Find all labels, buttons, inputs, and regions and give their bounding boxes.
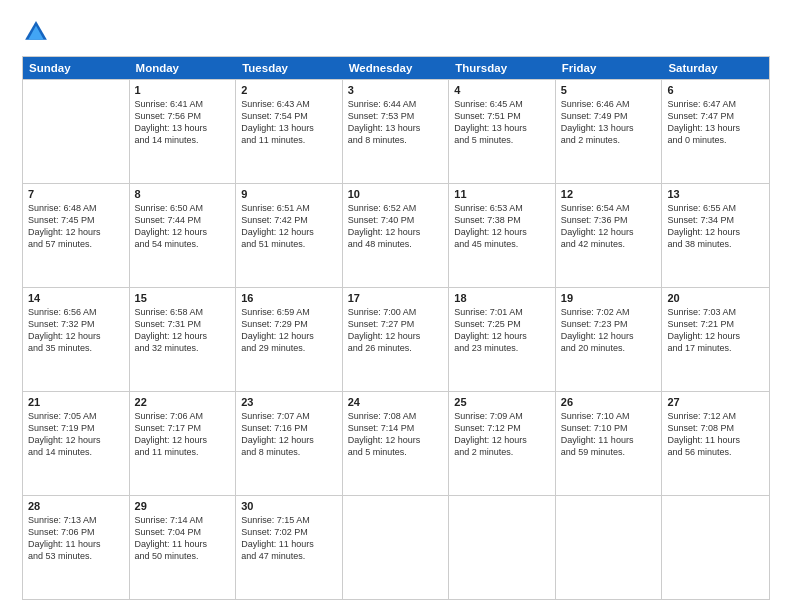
day-info: Sunrise: 6:55 AM Sunset: 7:34 PM Dayligh…: [667, 202, 764, 251]
day-number: 12: [561, 188, 657, 200]
calendar-row: 28Sunrise: 7:13 AM Sunset: 7:06 PM Dayli…: [23, 495, 769, 599]
day-number: 11: [454, 188, 550, 200]
calendar-cell: 21Sunrise: 7:05 AM Sunset: 7:19 PM Dayli…: [23, 392, 130, 495]
day-info: Sunrise: 7:09 AM Sunset: 7:12 PM Dayligh…: [454, 410, 550, 459]
calendar-cell: 2Sunrise: 6:43 AM Sunset: 7:54 PM Daylig…: [236, 80, 343, 183]
day-number: 7: [28, 188, 124, 200]
calendar-cell: 25Sunrise: 7:09 AM Sunset: 7:12 PM Dayli…: [449, 392, 556, 495]
day-number: 13: [667, 188, 764, 200]
day-info: Sunrise: 7:14 AM Sunset: 7:04 PM Dayligh…: [135, 514, 231, 563]
day-info: Sunrise: 7:10 AM Sunset: 7:10 PM Dayligh…: [561, 410, 657, 459]
calendar-header-cell: Sunday: [23, 57, 130, 79]
calendar-cell: 10Sunrise: 6:52 AM Sunset: 7:40 PM Dayli…: [343, 184, 450, 287]
day-number: 23: [241, 396, 337, 408]
day-info: Sunrise: 7:00 AM Sunset: 7:27 PM Dayligh…: [348, 306, 444, 355]
day-info: Sunrise: 6:44 AM Sunset: 7:53 PM Dayligh…: [348, 98, 444, 147]
calendar-row: 1Sunrise: 6:41 AM Sunset: 7:56 PM Daylig…: [23, 79, 769, 183]
logo-icon: [22, 18, 50, 46]
day-info: Sunrise: 6:51 AM Sunset: 7:42 PM Dayligh…: [241, 202, 337, 251]
calendar-cell: 13Sunrise: 6:55 AM Sunset: 7:34 PM Dayli…: [662, 184, 769, 287]
day-number: 16: [241, 292, 337, 304]
day-number: 21: [28, 396, 124, 408]
day-number: 5: [561, 84, 657, 96]
page: SundayMondayTuesdayWednesdayThursdayFrid…: [0, 0, 792, 612]
day-number: 8: [135, 188, 231, 200]
calendar-row: 21Sunrise: 7:05 AM Sunset: 7:19 PM Dayli…: [23, 391, 769, 495]
calendar-cell: 27Sunrise: 7:12 AM Sunset: 7:08 PM Dayli…: [662, 392, 769, 495]
calendar-cell: 12Sunrise: 6:54 AM Sunset: 7:36 PM Dayli…: [556, 184, 663, 287]
day-info: Sunrise: 6:56 AM Sunset: 7:32 PM Dayligh…: [28, 306, 124, 355]
day-info: Sunrise: 7:07 AM Sunset: 7:16 PM Dayligh…: [241, 410, 337, 459]
day-number: 24: [348, 396, 444, 408]
day-info: Sunrise: 6:41 AM Sunset: 7:56 PM Dayligh…: [135, 98, 231, 147]
calendar-header-cell: Friday: [556, 57, 663, 79]
day-number: 1: [135, 84, 231, 96]
day-number: 29: [135, 500, 231, 512]
calendar-cell: [449, 496, 556, 599]
calendar-cell: 24Sunrise: 7:08 AM Sunset: 7:14 PM Dayli…: [343, 392, 450, 495]
calendar-cell: 26Sunrise: 7:10 AM Sunset: 7:10 PM Dayli…: [556, 392, 663, 495]
day-info: Sunrise: 7:08 AM Sunset: 7:14 PM Dayligh…: [348, 410, 444, 459]
day-info: Sunrise: 7:12 AM Sunset: 7:08 PM Dayligh…: [667, 410, 764, 459]
calendar-cell: 14Sunrise: 6:56 AM Sunset: 7:32 PM Dayli…: [23, 288, 130, 391]
day-info: Sunrise: 6:54 AM Sunset: 7:36 PM Dayligh…: [561, 202, 657, 251]
day-number: 6: [667, 84, 764, 96]
day-info: Sunrise: 6:58 AM Sunset: 7:31 PM Dayligh…: [135, 306, 231, 355]
calendar-cell: 6Sunrise: 6:47 AM Sunset: 7:47 PM Daylig…: [662, 80, 769, 183]
day-info: Sunrise: 6:43 AM Sunset: 7:54 PM Dayligh…: [241, 98, 337, 147]
day-number: 9: [241, 188, 337, 200]
day-info: Sunrise: 7:13 AM Sunset: 7:06 PM Dayligh…: [28, 514, 124, 563]
day-number: 27: [667, 396, 764, 408]
calendar-body: 1Sunrise: 6:41 AM Sunset: 7:56 PM Daylig…: [23, 79, 769, 599]
day-info: Sunrise: 6:52 AM Sunset: 7:40 PM Dayligh…: [348, 202, 444, 251]
day-number: 22: [135, 396, 231, 408]
calendar-header-cell: Thursday: [449, 57, 556, 79]
calendar-header: SundayMondayTuesdayWednesdayThursdayFrid…: [23, 57, 769, 79]
day-info: Sunrise: 6:59 AM Sunset: 7:29 PM Dayligh…: [241, 306, 337, 355]
day-number: 3: [348, 84, 444, 96]
calendar-cell: 23Sunrise: 7:07 AM Sunset: 7:16 PM Dayli…: [236, 392, 343, 495]
calendar-cell: 7Sunrise: 6:48 AM Sunset: 7:45 PM Daylig…: [23, 184, 130, 287]
day-info: Sunrise: 7:01 AM Sunset: 7:25 PM Dayligh…: [454, 306, 550, 355]
calendar-row: 7Sunrise: 6:48 AM Sunset: 7:45 PM Daylig…: [23, 183, 769, 287]
logo: [22, 18, 54, 46]
day-info: Sunrise: 7:15 AM Sunset: 7:02 PM Dayligh…: [241, 514, 337, 563]
day-number: 17: [348, 292, 444, 304]
calendar-cell: 22Sunrise: 7:06 AM Sunset: 7:17 PM Dayli…: [130, 392, 237, 495]
calendar-cell: 20Sunrise: 7:03 AM Sunset: 7:21 PM Dayli…: [662, 288, 769, 391]
day-info: Sunrise: 6:47 AM Sunset: 7:47 PM Dayligh…: [667, 98, 764, 147]
day-number: 10: [348, 188, 444, 200]
calendar-cell: 8Sunrise: 6:50 AM Sunset: 7:44 PM Daylig…: [130, 184, 237, 287]
calendar-cell: 18Sunrise: 7:01 AM Sunset: 7:25 PM Dayli…: [449, 288, 556, 391]
calendar-cell: 28Sunrise: 7:13 AM Sunset: 7:06 PM Dayli…: [23, 496, 130, 599]
day-number: 20: [667, 292, 764, 304]
calendar-header-cell: Wednesday: [343, 57, 450, 79]
day-info: Sunrise: 7:06 AM Sunset: 7:17 PM Dayligh…: [135, 410, 231, 459]
calendar-cell: 1Sunrise: 6:41 AM Sunset: 7:56 PM Daylig…: [130, 80, 237, 183]
day-number: 2: [241, 84, 337, 96]
day-number: 15: [135, 292, 231, 304]
day-info: Sunrise: 6:45 AM Sunset: 7:51 PM Dayligh…: [454, 98, 550, 147]
header: [22, 18, 770, 46]
day-info: Sunrise: 6:50 AM Sunset: 7:44 PM Dayligh…: [135, 202, 231, 251]
calendar-cell: 30Sunrise: 7:15 AM Sunset: 7:02 PM Dayli…: [236, 496, 343, 599]
day-number: 18: [454, 292, 550, 304]
day-info: Sunrise: 6:46 AM Sunset: 7:49 PM Dayligh…: [561, 98, 657, 147]
calendar-cell: 19Sunrise: 7:02 AM Sunset: 7:23 PM Dayli…: [556, 288, 663, 391]
calendar-cell: [343, 496, 450, 599]
calendar-cell: 17Sunrise: 7:00 AM Sunset: 7:27 PM Dayli…: [343, 288, 450, 391]
day-number: 28: [28, 500, 124, 512]
calendar-cell: 9Sunrise: 6:51 AM Sunset: 7:42 PM Daylig…: [236, 184, 343, 287]
day-info: Sunrise: 6:48 AM Sunset: 7:45 PM Dayligh…: [28, 202, 124, 251]
day-info: Sunrise: 7:02 AM Sunset: 7:23 PM Dayligh…: [561, 306, 657, 355]
calendar-cell: 11Sunrise: 6:53 AM Sunset: 7:38 PM Dayli…: [449, 184, 556, 287]
calendar-cell: 16Sunrise: 6:59 AM Sunset: 7:29 PM Dayli…: [236, 288, 343, 391]
calendar-cell: [662, 496, 769, 599]
calendar-cell: 4Sunrise: 6:45 AM Sunset: 7:51 PM Daylig…: [449, 80, 556, 183]
day-number: 14: [28, 292, 124, 304]
calendar-cell: 5Sunrise: 6:46 AM Sunset: 7:49 PM Daylig…: [556, 80, 663, 183]
calendar-header-cell: Monday: [130, 57, 237, 79]
calendar-cell: [556, 496, 663, 599]
day-number: 4: [454, 84, 550, 96]
calendar-cell: 29Sunrise: 7:14 AM Sunset: 7:04 PM Dayli…: [130, 496, 237, 599]
